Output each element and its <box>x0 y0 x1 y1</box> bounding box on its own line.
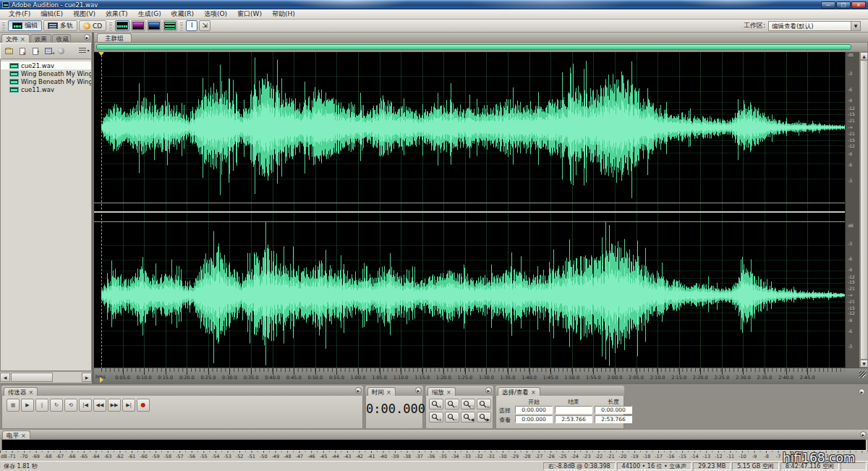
scroll-up-arrow[interactable]: ▲ <box>860 52 868 60</box>
close-icon[interactable]: × <box>21 433 26 439</box>
menu-item[interactable]: 收藏(R) <box>166 9 199 20</box>
horizontal-zoom-navigator[interactable] <box>94 42 868 52</box>
import-file-button[interactable] <box>3 45 15 57</box>
scroll-left-arrow[interactable]: ◀ <box>0 373 10 382</box>
menu-item[interactable]: 视图(V) <box>68 9 101 20</box>
rewind-button[interactable]: ◀◀ <box>93 399 106 412</box>
tab-overflow-button[interactable]: ▶ <box>84 34 90 41</box>
play-looped-button[interactable]: ↻ <box>50 399 63 412</box>
zoom-selection-left-button[interactable]: ◀ <box>461 412 475 423</box>
zoom-out-vertical-button[interactable]: − <box>445 412 459 423</box>
scrub-tool-button[interactable]: ⇲ <box>199 20 210 31</box>
toolbar-grip[interactable] <box>2 22 5 30</box>
start-value-field[interactable]: 0:00.000 <box>515 406 553 414</box>
playhead-marker-icon[interactable] <box>98 52 104 56</box>
menu-item[interactable]: 生成(G) <box>133 9 166 20</box>
go-to-end-button[interactable]: ▶| <box>122 399 135 412</box>
files-panel-tab-3[interactable]: 收藏 <box>52 34 71 43</box>
db-scale-label: -9 <box>846 268 859 272</box>
close-icon[interactable]: × <box>446 389 451 396</box>
vertical-scrollbar-thumb[interactable] <box>860 60 868 360</box>
zoom-out-full-button[interactable]: □ <box>461 399 475 410</box>
minimize-button[interactable]: — <box>821 1 835 9</box>
menu-item[interactable]: 帮助(H) <box>267 9 300 20</box>
spectral-phase-button[interactable] <box>163 20 177 31</box>
file-list-item[interactable]: cue21.wav <box>1 61 91 69</box>
loop-button[interactable]: ⟲ <box>64 399 77 412</box>
files-horizontal-scrollbar[interactable]: ◀ ▶ <box>0 371 92 382</box>
close-icon[interactable]: × <box>386 389 391 396</box>
workspace-dropdown[interactable]: 编辑查看(默认) ▼ <box>768 21 861 31</box>
menu-item[interactable]: 编辑(E) <box>35 9 68 20</box>
files-panel-tab-1[interactable]: 文件× <box>1 34 30 43</box>
level-meter-bar[interactable] <box>1 439 867 451</box>
play-button[interactable]: ▶ <box>21 399 34 412</box>
zoom-out-horizontal-button[interactable]: − <box>445 399 459 410</box>
panel-menu-button[interactable]: ▶ <box>859 389 865 395</box>
record-button[interactable]: ● <box>137 399 150 412</box>
scroll-right-arrow[interactable]: ▶ <box>82 373 92 382</box>
start-value-field[interactable]: 0:00.000 <box>515 415 553 423</box>
waveform-display-button[interactable] <box>115 20 129 31</box>
close-icon[interactable]: × <box>20 36 25 43</box>
close-icon[interactable]: × <box>531 389 536 396</box>
zoom-tab[interactable]: 缩放× <box>427 387 456 396</box>
panel-menu-button[interactable]: ▶ <box>860 431 867 438</box>
toolbar-grip[interactable] <box>109 22 112 30</box>
selection-view-tab[interactable]: 选择/查看× <box>498 387 540 396</box>
close-file-button[interactable] <box>16 45 28 57</box>
edit-view-button[interactable]: 编辑 <box>8 20 42 31</box>
end-value-field[interactable]: 2:53.766 <box>555 415 592 423</box>
timeline-playhead-icon[interactable] <box>100 377 103 383</box>
panel-menu-button[interactable]: ▶ <box>485 387 492 394</box>
transport-tab[interactable]: 传送器× <box>4 387 38 396</box>
panel-menu-button[interactable]: ▶ <box>355 387 362 394</box>
spectral-pan-button[interactable] <box>147 20 161 31</box>
panel-menu-button[interactable]: ▶ <box>415 387 422 394</box>
timeline-grip-icon[interactable] <box>859 371 866 378</box>
waveform-display[interactable]: dB-3-3-6-6-9-9-12-12-15-15-21-21-∞dB-3-3… <box>94 52 868 368</box>
stereo-waveform-canvas[interactable] <box>94 52 845 368</box>
zoom-in-vertical-button[interactable]: + <box>429 412 443 423</box>
length-value-field[interactable]: 0:00.000 <box>595 406 632 414</box>
amplitude-ruler[interactable]: dB-3-3-6-6-9-9-12-12-15-15-21-21-∞dB-3-3… <box>845 52 859 368</box>
pause-button[interactable]: ‖ <box>35 399 48 412</box>
cd-view-button[interactable]: CD <box>79 20 106 31</box>
maximize-button[interactable]: □ <box>836 1 851 9</box>
time-selection-tool-button[interactable]: I <box>186 20 197 31</box>
scrollbar-thumb[interactable] <box>11 373 53 382</box>
files-toolbar <box>0 43 92 59</box>
length-value-field[interactable]: 2:53.766 <box>595 415 632 423</box>
file-list-item[interactable]: Wing Beneath My Wings CUE1 <box>1 69 91 77</box>
menu-item[interactable]: 窗口(W) <box>232 9 267 20</box>
zoom-to-selection-button[interactable]: ▫ <box>477 399 491 410</box>
fast-forward-button[interactable]: ▶▶ <box>108 399 121 412</box>
close-icon[interactable]: × <box>29 389 34 396</box>
close-button[interactable]: × <box>851 1 866 9</box>
scroll-down-arrow[interactable]: ▼ <box>860 360 868 368</box>
insert-multitrack-button[interactable] <box>42 45 54 57</box>
menu-item[interactable]: 效果(T) <box>101 9 133 20</box>
spectral-frequency-button[interactable] <box>131 20 145 31</box>
vertical-scrollbar[interactable]: ▲ ▼ <box>859 52 868 368</box>
timeline-ruler[interactable]: hms hms 0:05.00:10.00:15.00:20.00:25.00:… <box>94 368 868 383</box>
stop-button[interactable]: ■ <box>7 399 20 412</box>
navigator-range-bar[interactable] <box>96 44 851 50</box>
multitrack-view-button[interactable]: 多轨 <box>43 20 77 31</box>
sort-options-button[interactable] <box>76 45 88 57</box>
edit-file-button[interactable] <box>29 45 41 57</box>
insert-cd-button[interactable] <box>55 45 67 57</box>
file-list-item[interactable]: cue11.wav <box>1 85 91 93</box>
menu-item[interactable]: 文件(F) <box>4 9 35 20</box>
zoom-in-horizontal-button[interactable]: + <box>429 399 443 410</box>
go-to-beginning-button[interactable]: |◀ <box>79 399 92 412</box>
zoom-selection-right-button[interactable]: ▶ <box>477 412 491 423</box>
time-tab[interactable]: 时间× <box>367 387 396 396</box>
toolbar-grip[interactable] <box>180 22 183 30</box>
menu-item[interactable]: 选项(O) <box>199 9 232 20</box>
files-panel-tab-2[interactable]: 效果 <box>30 34 51 43</box>
level-tab[interactable]: 电平× <box>2 430 30 439</box>
end-value-field[interactable] <box>555 406 592 414</box>
main-group-tab[interactable]: 主群组 <box>97 33 132 42</box>
file-list-item[interactable]: Wing Beneath My Wings CUE2 <box>1 77 91 85</box>
